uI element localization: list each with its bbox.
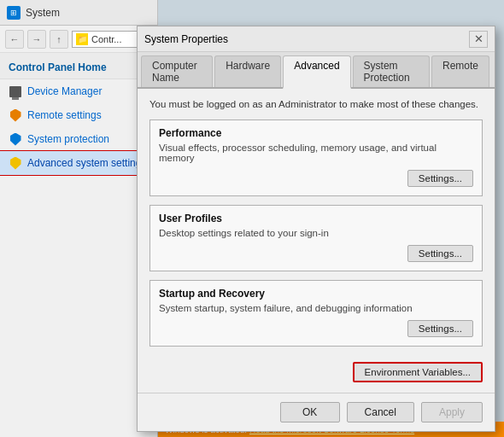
nav-bar: ← → ↑ 📁 Contr...	[0, 26, 157, 53]
user-profiles-section: User Profiles Desktop settings related t…	[149, 205, 483, 271]
sidebar-label-advanced-system-settings: Advanced system settings	[27, 157, 146, 169]
performance-settings-button[interactable]: Settings...	[407, 170, 473, 187]
ok-button[interactable]: OK	[280, 402, 340, 422]
dialog-title: System Properties	[144, 33, 228, 45]
system-properties-dialog: System Properties ✕ Computer Name Hardwa…	[137, 26, 495, 432]
user-profiles-settings-button[interactable]: Settings...	[407, 245, 473, 262]
sidebar-item-device-manager[interactable]: Device Manager	[0, 79, 157, 103]
window-titlebar: ⊞ System	[0, 0, 157, 26]
background-window: ⊞ System ← → ↑ 📁 Contr... Control Panel …	[0, 0, 158, 437]
startup-recovery-settings-button[interactable]: Settings...	[407, 320, 473, 337]
startup-recovery-title: Startup and Recovery	[159, 288, 473, 300]
shield-orange-icon	[9, 108, 22, 122]
forward-button[interactable]: →	[27, 30, 46, 49]
dialog-close-button[interactable]: ✕	[469, 31, 488, 48]
sidebar-label-system-protection: System protection	[27, 133, 109, 145]
performance-title: Performance	[159, 127, 473, 139]
performance-desc: Visual effects, processor scheduling, me…	[159, 143, 473, 163]
folder-icon: 📁	[76, 33, 88, 45]
sidebar-item-system-protection[interactable]: System protection	[0, 127, 157, 151]
sidebar-label-remote-settings: Remote settings	[27, 109, 102, 121]
dialog-titlebar: System Properties ✕	[138, 26, 495, 52]
window-icon: ⊞	[7, 6, 21, 20]
pc-icon	[9, 84, 22, 98]
environment-variables-button[interactable]: Environment Variables...	[353, 362, 483, 382]
admin-note: You must be logged on as an Administrato…	[149, 99, 483, 109]
user-profiles-desc: Desktop settings related to your sign-in	[159, 228, 473, 238]
up-button[interactable]: ↑	[50, 30, 68, 49]
tab-remote[interactable]: Remote	[431, 55, 489, 87]
control-panel-home-link[interactable]: Control Panel Home	[0, 53, 157, 79]
dialog-footer: OK Cancel Apply	[138, 393, 495, 431]
sidebar-item-advanced-system-settings[interactable]: Advanced system settings	[0, 151, 157, 175]
window-title: System	[26, 7, 60, 19]
user-profiles-title: User Profiles	[159, 213, 473, 224]
startup-recovery-desc: System startup, system failure, and debu…	[159, 303, 473, 313]
nav-path-text: Contr...	[91, 34, 121, 44]
sidebar-item-remote-settings[interactable]: Remote settings	[0, 103, 157, 127]
apply-button[interactable]: Apply	[421, 402, 483, 422]
back-button[interactable]: ←	[5, 30, 24, 49]
cancel-button[interactable]: Cancel	[347, 402, 414, 422]
tab-hardware[interactable]: Hardware	[214, 55, 281, 87]
tab-bar: Computer Name Hardware Advanced System P…	[138, 52, 495, 89]
tab-computer-name[interactable]: Computer Name	[141, 55, 213, 87]
startup-recovery-section: Startup and Recovery System startup, sys…	[149, 280, 483, 347]
performance-section: Performance Visual effects, processor sc…	[149, 119, 483, 196]
sidebar-label-device-manager: Device Manager	[27, 85, 102, 97]
shield-blue-icon	[9, 132, 22, 146]
shield-yellow-icon	[9, 156, 22, 170]
tab-system-protection[interactable]: System Protection	[353, 55, 430, 87]
tab-advanced[interactable]: Advanced	[283, 55, 350, 89]
dialog-content: You must be logged on as an Administrato…	[138, 89, 495, 393]
